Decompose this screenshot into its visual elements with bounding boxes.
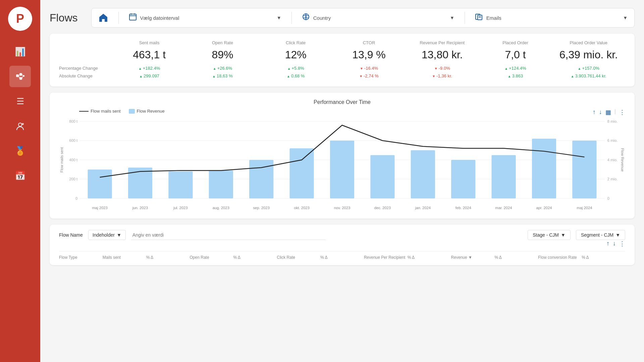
sidebar: P 📊 ☰ 🏅 📅 (0, 0, 40, 362)
date-interval-control[interactable]: Vælg datointerval ▼ (129, 13, 281, 23)
metrics-col-header: Click Rate (259, 40, 332, 47)
metrics-pct-change: +182.4% (113, 64, 186, 72)
country-icon (302, 13, 310, 23)
sidebar-item-medal[interactable]: 🏅 (9, 140, 31, 162)
sidebar-item-person[interactable] (9, 115, 31, 137)
svg-rect-39 (289, 148, 314, 199)
metrics-col-value: 12% (259, 47, 332, 64)
table-download-btn[interactable]: ↓ (613, 240, 616, 247)
svg-point-8 (18, 123, 22, 126)
segment-dropdown[interactable]: Segment - CJM ▼ (576, 230, 625, 240)
svg-text:4 mio.: 4 mio. (607, 158, 618, 162)
metrics-col-header: Placed Order (479, 40, 552, 47)
stage-arrow: ▼ (561, 232, 566, 238)
svg-rect-3 (23, 75, 24, 77)
up-arrow-icon (287, 73, 290, 78)
table-col-header: % Δ (233, 255, 277, 260)
svg-text:sep. 2023: sep. 2023 (253, 206, 270, 210)
chart-upload-btn[interactable]: ↑ (593, 109, 596, 116)
chart-title: Performance Over Time (59, 99, 625, 105)
metrics-col-header: Placed Order Value (552, 40, 625, 47)
svg-rect-46 (572, 141, 596, 199)
chart-bar-btn[interactable]: ▦ (605, 109, 611, 116)
emails-arrow: ▼ (623, 15, 628, 20)
header-divider-2 (291, 12, 292, 24)
metrics-abs-change: 18,63 % (186, 72, 259, 80)
filter-value-input[interactable] (131, 230, 325, 240)
table-col-header: Mails sent (103, 255, 146, 260)
svg-text:6 mio.: 6 mio. (607, 139, 618, 143)
svg-line-4 (19, 74, 19, 76)
metrics-abs-change: 299.097 (113, 72, 186, 80)
svg-point-9 (22, 123, 24, 125)
svg-rect-41 (370, 155, 394, 198)
chart-card: Performance Over Time Flow mails sent Fl… (50, 93, 635, 219)
svg-line-6 (22, 74, 23, 76)
table-col-header: % Δ (582, 255, 625, 260)
metrics-table: Sent mailsOpen RateClick RateCTORRevenue… (59, 40, 625, 80)
sidebar-item-list[interactable]: ☰ (9, 90, 31, 112)
metrics-abs-change: -1,36 kr. (406, 72, 479, 80)
chart-toolbar: ↑ ↓ ▦ | ⋮ (593, 109, 625, 116)
filter-card: Flow Name Indeholder ▼ Stage - CJM ▼ Seg… (50, 225, 635, 265)
table-col-header: % Δ (320, 255, 364, 260)
table-col-header: Revenue ▼ (451, 255, 495, 260)
svg-text:2 mio.: 2 mio. (607, 177, 618, 181)
chart-toolbar-sep: | (614, 109, 616, 116)
sidebar-item-flow[interactable] (9, 66, 31, 87)
main-content: Flows Vælg datointerval (40, 0, 644, 362)
sidebar-item-bar-chart[interactable]: 📊 (9, 41, 31, 62)
up-arrow-icon (287, 66, 291, 71)
table-col-header: % Δ (494, 255, 538, 260)
svg-text:jan. 2024: jan. 2024 (415, 206, 431, 210)
filter-row: Flow Name Indeholder ▼ Stage - CJM ▼ Seg… (59, 230, 625, 240)
chart-legend: Flow mails sent Flow Revenue (59, 109, 165, 114)
abs-change-label: Absolute Change (59, 72, 113, 80)
metrics-pct-change: -16.4% (332, 64, 406, 72)
table-more-btn[interactable]: ⋮ (619, 240, 625, 247)
date-interval-label: Vælg datointerval (140, 15, 273, 21)
metrics-col-value: 89% (186, 47, 259, 64)
svg-rect-1 (19, 73, 22, 76)
up-arrow-icon (504, 66, 508, 71)
stage-label: Stage - CJM (533, 232, 559, 238)
up-arrow-icon (571, 73, 574, 78)
up-arrow-icon (212, 73, 216, 78)
page-header: Flows Vælg datointerval (50, 8, 635, 27)
chart-container: 0200 t400 t600 t800 t02 mio.4 mio.6 mio.… (59, 118, 625, 213)
pct-change-label: Percentage Change (59, 64, 113, 72)
svg-rect-36 (168, 172, 193, 199)
metrics-col-value: 463,1 t (113, 47, 186, 64)
metrics-col-value: 6,39 mio. kr. (552, 47, 625, 64)
svg-text:dec. 2023: dec. 2023 (374, 206, 391, 210)
chart-download-btn[interactable]: ↓ (599, 109, 602, 116)
page-title: Flows (50, 12, 78, 24)
svg-rect-42 (411, 150, 435, 198)
table-upload-btn[interactable]: ↑ (606, 240, 609, 247)
header-controls: Vælg datointerval ▼ Country ▼ (91, 8, 635, 27)
svg-text:8 mio.: 8 mio. (607, 119, 618, 123)
segment-arrow: ▼ (615, 232, 620, 238)
emails-control[interactable]: Emails ▼ (475, 13, 628, 23)
metrics-col-value: 13,9 % (332, 47, 406, 64)
svg-text:maj 2023: maj 2023 (92, 206, 107, 210)
contains-arrow: ▼ (117, 232, 121, 238)
metrics-pct-change: +124.4% (479, 64, 552, 72)
svg-text:0: 0 (75, 196, 77, 200)
sidebar-item-calendar[interactable]: 📅 (9, 165, 31, 186)
metrics-pct-change: +5.8% (259, 64, 332, 72)
country-control[interactable]: Country ▼ (302, 13, 454, 23)
legend-bar-label: Flow Revenue (137, 109, 165, 114)
up-arrow-icon (139, 73, 143, 78)
up-arrow-icon (508, 73, 511, 78)
chart-more-btn[interactable]: ⋮ (619, 109, 625, 116)
contains-select[interactable]: Indeholder ▼ (88, 230, 126, 240)
stage-dropdown[interactable]: Stage - CJM ▼ (528, 230, 571, 240)
country-arrow: ▼ (450, 15, 454, 20)
svg-rect-45 (532, 139, 556, 198)
svg-text:feb. 2024: feb. 2024 (455, 206, 471, 210)
home-button[interactable] (98, 13, 108, 23)
legend-line-label: Flow mails sent (91, 109, 121, 114)
table-col-header: Open Rate (190, 255, 233, 260)
metrics-col-header: CTOR (332, 40, 406, 47)
